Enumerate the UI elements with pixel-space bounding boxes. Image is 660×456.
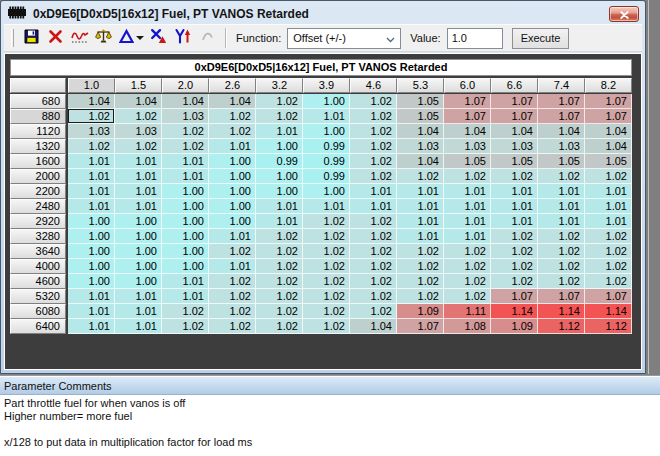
table-cell[interactable]: 1.02 xyxy=(115,109,162,124)
table-cell[interactable]: 1.07 xyxy=(538,289,585,304)
table-cell[interactable]: 1.02 xyxy=(444,169,491,184)
table-cell[interactable]: 1.01 xyxy=(115,199,162,214)
table-cell[interactable]: 1.01 xyxy=(585,214,632,229)
table-cell[interactable]: 1.01 xyxy=(444,214,491,229)
table-cell[interactable]: 1.02 xyxy=(538,259,585,274)
table-cell[interactable]: 1.07 xyxy=(585,94,632,109)
table-cell[interactable]: 1.01 xyxy=(115,319,162,334)
table-cell[interactable]: 1.02 xyxy=(209,304,256,319)
table-cell[interactable]: 1.01 xyxy=(256,124,303,139)
table-cell[interactable]: 1.14 xyxy=(585,304,632,319)
table-cell[interactable]: 1.05 xyxy=(444,154,491,169)
row-header[interactable]: 1120 xyxy=(10,124,66,139)
table-cell[interactable]: 1.01 xyxy=(397,229,444,244)
table-cell[interactable]: 1.00 xyxy=(115,214,162,229)
table-cell[interactable]: 1.02 xyxy=(350,139,397,154)
table-cell[interactable]: 1.01 xyxy=(397,184,444,199)
table-cell[interactable]: 1.02 xyxy=(491,244,538,259)
table-cell[interactable]: 1.02 xyxy=(256,319,303,334)
table-cell[interactable]: 1.02 xyxy=(350,214,397,229)
table-cell[interactable]: 1.02 xyxy=(444,259,491,274)
toolbar-gripper[interactable] xyxy=(11,29,14,47)
table-cell[interactable]: 1.01 xyxy=(444,184,491,199)
column-header[interactable]: 7.4 xyxy=(538,78,585,93)
row-header[interactable]: 4000 xyxy=(10,259,66,274)
table-cell[interactable]: 1.07 xyxy=(444,94,491,109)
table-cell[interactable]: 1.02 xyxy=(350,124,397,139)
table-cell[interactable]: 1.00 xyxy=(68,214,115,229)
table-cell[interactable]: 1.02 xyxy=(350,244,397,259)
table-cell[interactable]: 1.02 xyxy=(303,214,350,229)
row-header[interactable]: 2000 xyxy=(10,169,66,184)
table-cell[interactable]: 1.00 xyxy=(209,169,256,184)
table-cell[interactable]: 1.01 xyxy=(162,274,209,289)
table-cell[interactable]: 1.02 xyxy=(209,289,256,304)
table-cell[interactable]: 1.01 xyxy=(491,214,538,229)
table-cell[interactable]: 1.02 xyxy=(303,229,350,244)
table-cell[interactable]: 1.01 xyxy=(303,109,350,124)
table-cell[interactable]: 1.04 xyxy=(397,154,444,169)
table-cell[interactable]: 1.02 xyxy=(444,289,491,304)
table-cell[interactable]: 1.04 xyxy=(209,94,256,109)
column-header[interactable]: 3.2 xyxy=(256,78,303,93)
table-cell[interactable]: 1.01 xyxy=(115,154,162,169)
table-cell[interactable]: 1.01 xyxy=(491,184,538,199)
table-cell[interactable]: 1.11 xyxy=(444,304,491,319)
table-cell[interactable]: 1.01 xyxy=(68,154,115,169)
row-header[interactable]: 2480 xyxy=(10,199,66,214)
table-cell[interactable]: 1.00 xyxy=(68,229,115,244)
table-cell[interactable]: 1.03 xyxy=(538,139,585,154)
row-header[interactable]: 680 xyxy=(10,94,66,109)
trace-button[interactable] xyxy=(68,27,91,49)
table-cell[interactable]: 1.00 xyxy=(256,139,303,154)
table-cell[interactable]: 1.02 xyxy=(303,259,350,274)
table-cell[interactable]: 1.02 xyxy=(538,274,585,289)
table-cell[interactable]: 1.00 xyxy=(162,214,209,229)
table-cell[interactable]: 1.01 xyxy=(162,169,209,184)
table-cell[interactable]: 1.03 xyxy=(444,139,491,154)
table-cell[interactable]: 1.02 xyxy=(585,229,632,244)
column-header[interactable]: 6.0 xyxy=(444,78,491,93)
table-cell[interactable]: 1.02 xyxy=(491,229,538,244)
table-cell[interactable]: 1.02 xyxy=(303,304,350,319)
table-cell[interactable]: 1.07 xyxy=(538,109,585,124)
table-cell[interactable]: 1.01 xyxy=(68,319,115,334)
table-cell[interactable]: 1.00 xyxy=(115,259,162,274)
table-cell[interactable]: 1.14 xyxy=(538,304,585,319)
table-cell[interactable]: 1.04 xyxy=(115,94,162,109)
table-cell[interactable]: 1.01 xyxy=(162,289,209,304)
table-cell[interactable]: 1.02 xyxy=(303,274,350,289)
table-cell[interactable]: 1.07 xyxy=(444,109,491,124)
table-cell[interactable]: 1.02 xyxy=(350,229,397,244)
table-cell[interactable]: 0.99 xyxy=(303,154,350,169)
table-cell[interactable]: 1.01 xyxy=(68,169,115,184)
table-cell[interactable]: 1.01 xyxy=(538,214,585,229)
row-header[interactable]: 3280 xyxy=(10,229,66,244)
table-cell[interactable]: 0.99 xyxy=(303,169,350,184)
table-cell[interactable]: 1.01 xyxy=(68,304,115,319)
table-cell[interactable]: 1.02 xyxy=(162,304,209,319)
column-header[interactable]: 5.3 xyxy=(397,78,444,93)
table-cell[interactable]: 1.01 xyxy=(209,259,256,274)
table-cell[interactable]: 1.00 xyxy=(209,154,256,169)
table-cell[interactable]: 1.09 xyxy=(491,319,538,334)
table-cell[interactable]: 1.00 xyxy=(162,184,209,199)
table-cell[interactable]: 1.12 xyxy=(585,319,632,334)
table-cell[interactable]: 1.07 xyxy=(491,289,538,304)
execute-button[interactable]: Execute xyxy=(512,28,570,49)
table-cell[interactable]: 1.00 xyxy=(303,94,350,109)
table-cell[interactable]: 1.02 xyxy=(491,274,538,289)
table-cell[interactable]: 1.02 xyxy=(209,244,256,259)
table-cell[interactable]: 1.01 xyxy=(350,184,397,199)
table-cell[interactable]: 1.01 xyxy=(256,214,303,229)
table-cell[interactable]: 1.00 xyxy=(256,169,303,184)
table-cell[interactable]: 0.99 xyxy=(303,139,350,154)
table-cell[interactable]: 1.02 xyxy=(538,229,585,244)
clear-compare-button[interactable] xyxy=(147,27,170,49)
table-cell[interactable]: 1.01 xyxy=(491,199,538,214)
table-cell[interactable]: 1.01 xyxy=(444,199,491,214)
table-cell[interactable]: 1.03 xyxy=(491,139,538,154)
table-cell[interactable]: 0.99 xyxy=(256,154,303,169)
table-cell[interactable]: 1.02 xyxy=(162,139,209,154)
row-header[interactable]: 6080 xyxy=(10,304,66,319)
